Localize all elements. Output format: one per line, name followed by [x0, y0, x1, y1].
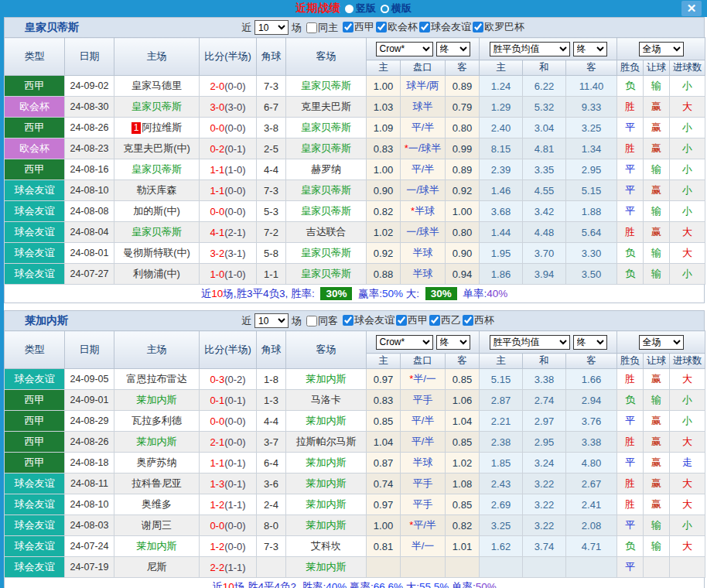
date-cell: 24-08-16	[65, 159, 114, 180]
corner-cell: 8-0	[257, 515, 286, 536]
league-checkbox[interactable]	[376, 22, 387, 32]
match-row: 西甲24-08-29瓦拉多利德0-0(0-0)4-4莱加内斯0.85平/半1.0…	[5, 411, 705, 432]
crow-home-odds-cell: 0.87	[367, 453, 401, 473]
near-label: 近	[241, 21, 251, 35]
avg-draw-odds-cell: 3.42	[523, 201, 566, 222]
col-wdl: 胜负	[617, 354, 644, 369]
match-row: 球会友谊24-08-03谢周三0-0(0-0)8-0莱加内斯1.00*平/半0.…	[5, 515, 705, 536]
goals-result-cell: 大	[670, 222, 705, 243]
close-button[interactable]: ✕	[681, 1, 702, 16]
league-type-cell: 球会友谊	[5, 243, 65, 264]
goals-result-cell: 走	[670, 453, 705, 473]
handicap-star: *	[409, 373, 413, 385]
crow-home-odds-cell: 1.02	[367, 222, 401, 243]
league-type-cell: 西甲	[5, 453, 65, 473]
league-checkbox[interactable]	[473, 22, 483, 32]
avg-final-select[interactable]: 终	[573, 42, 607, 56]
crow-home-odds-cell: 0.74	[367, 473, 401, 494]
recent-count-select[interactable]: 10	[254, 20, 289, 35]
away-team-cell: 皇家贝蒂斯	[286, 264, 367, 285]
match-row: 欧会杯24-08-30皇家贝蒂斯3-0(3-0)6-7克里夫巴斯1.03球半0.…	[5, 97, 705, 118]
home-team-cell: 奥萨苏纳	[114, 453, 200, 473]
league-checkbox[interactable]	[343, 315, 354, 326]
league-checkbox[interactable]	[396, 315, 407, 326]
avg-away-odds-cell: 3.30	[566, 243, 617, 264]
crow-home-odds-cell: 0.82	[367, 201, 401, 222]
league-label: 西杯	[474, 313, 494, 327]
league-filter-西乙[interactable]: 西乙	[429, 313, 461, 327]
away-team-cell: 克里夫巴斯	[286, 97, 367, 118]
col-goals: 进球数	[670, 354, 705, 369]
crow-away-odds-cell: 0.89	[446, 159, 480, 180]
handicap-cell: 平手	[401, 390, 446, 411]
league-type-cell: 球会友谊	[5, 557, 65, 578]
league-checkbox[interactable]	[419, 22, 430, 32]
score-cell: 4-1(2-1)	[200, 222, 257, 243]
radio-selected-icon[interactable]	[345, 5, 354, 13]
league-label: 西乙	[441, 313, 461, 327]
league-filter-球会友谊[interactable]: 球会友谊	[419, 20, 471, 34]
odds-source-select[interactable]: Crow*	[376, 335, 433, 350]
match-row: 西甲24-08-26莱加内斯2-1(0-0)3-7拉斯帕尔马斯1.04平/半0.…	[5, 432, 705, 453]
avg-final-select[interactable]: 终	[573, 335, 607, 350]
scope-select[interactable]: 全场	[639, 42, 684, 56]
same-venue-checkbox[interactable]	[306, 22, 317, 33]
avg-away-odds-cell: 3.25	[566, 118, 617, 138]
handicap-cell: 平/半	[401, 159, 446, 180]
same-venue-filter[interactable]: 同客	[306, 314, 338, 328]
home-team-cell: 克里夫巴斯(中)	[114, 138, 200, 159]
recent-count-select[interactable]: 10	[254, 313, 289, 328]
league-type-cell: 球会友谊	[5, 473, 65, 494]
scope-select[interactable]: 全场	[639, 335, 684, 350]
corner-cell: 4-4	[257, 159, 286, 180]
league-filter-欧会杯[interactable]: 欧会杯	[376, 20, 418, 34]
radio-unselected-icon[interactable]	[381, 5, 389, 13]
avg-odds-select[interactable]: 胜平负均值	[490, 42, 570, 56]
avg-away-odds-cell: 11.40	[566, 76, 617, 97]
odds-source-header: Crow*终	[367, 38, 480, 60]
league-checkbox[interactable]	[343, 22, 354, 32]
league-filter-西杯[interactable]: 西杯	[463, 313, 494, 327]
avg-draw-odds-cell: 4.48	[523, 222, 566, 243]
crow-away-odds-cell: 0.94	[446, 264, 480, 285]
handicap-star: *	[409, 519, 413, 531]
league-filter-西甲[interactable]: 西甲	[396, 313, 428, 327]
league-filter-球会友谊[interactable]: 球会友谊	[343, 313, 394, 327]
league-checkbox[interactable]	[463, 315, 473, 326]
avg-away-odds-cell: 2.94	[566, 390, 617, 411]
score-cell: 0-1(0-1)	[200, 390, 257, 411]
avg-odds-select[interactable]: 胜平负均值	[490, 335, 570, 350]
league-checkbox[interactable]	[429, 315, 440, 326]
league-filter-欧罗巴杯[interactable]: 欧罗巴杯	[473, 20, 524, 34]
league-type-cell: 球会友谊	[5, 536, 65, 557]
odds-final-select[interactable]: 终	[436, 335, 470, 350]
corner-cell: 1-8	[257, 369, 286, 390]
crow-home-odds-cell: 0.81	[367, 536, 401, 557]
handicap-cell: 平手	[401, 494, 446, 515]
col-avg-away: 客	[566, 354, 617, 369]
layout-vertical-option[interactable]: 竖版	[345, 2, 376, 15]
layout-horizontal-option[interactable]: 横版	[381, 2, 412, 15]
away-team-cell: 皇家贝蒂斯	[286, 138, 367, 159]
league-filters: 西甲欧会杯球会友谊欧罗巴杯	[341, 20, 524, 35]
league-label: 西甲	[354, 20, 374, 34]
odds-final-select[interactable]: 终	[436, 42, 470, 56]
home-team-cell: 瓦拉多利德	[114, 411, 200, 432]
odds-source-select[interactable]: Crow*	[376, 42, 433, 56]
summary-segment: 单率:	[460, 287, 487, 301]
crow-away-odds-cell: 0.92	[446, 180, 480, 201]
home-team-cell: 拉科鲁尼亚	[114, 473, 200, 494]
home-team-cell: 皇家贝蒂斯	[114, 159, 200, 180]
date-cell: 24-08-29	[65, 411, 114, 432]
col-home: 主场	[114, 331, 200, 369]
same-venue-filter[interactable]: 同主	[306, 21, 338, 35]
summary-segment: 55.5%	[419, 581, 449, 588]
away-team-cell: 吉达联合	[286, 222, 367, 243]
same-venue-checkbox[interactable]	[306, 316, 317, 326]
summary-segment: 50%	[476, 581, 497, 588]
col-avg-home: 主	[480, 354, 523, 369]
col-corner: 角球	[257, 38, 286, 76]
league-filter-西甲[interactable]: 西甲	[343, 20, 374, 34]
goals-result-cell: 大	[670, 97, 705, 118]
col-avg-draw: 和	[523, 60, 566, 76]
